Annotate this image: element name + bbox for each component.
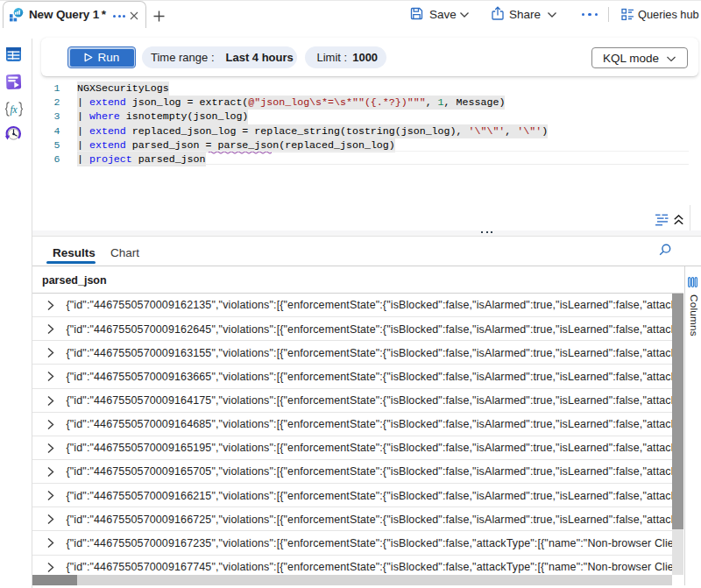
svg-text:fx: fx [10, 104, 18, 116]
